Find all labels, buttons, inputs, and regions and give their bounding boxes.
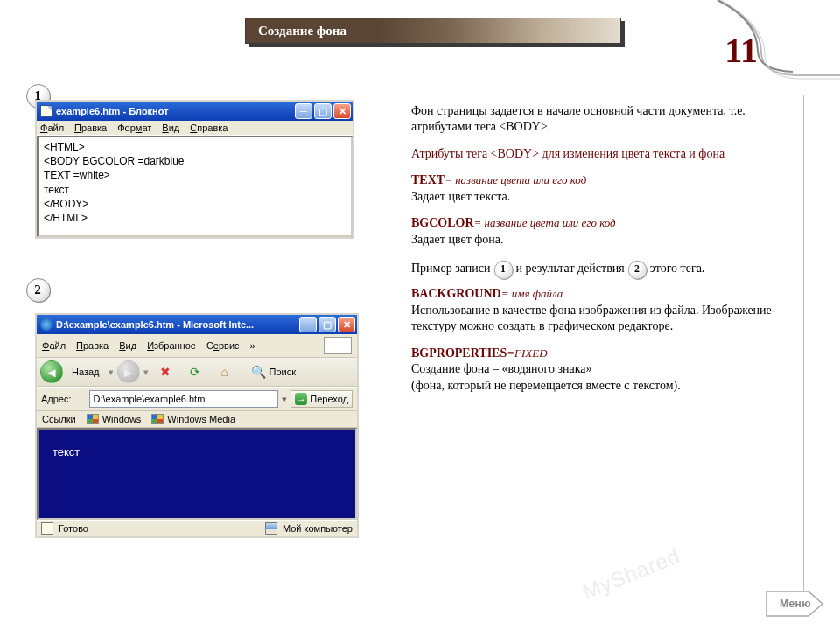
- menu-help[interactable]: Справка: [190, 122, 228, 133]
- ie-window: D:\example\example6.htm - Microsoft Inte…: [35, 313, 359, 538]
- ie-linksbar: Ссылки Windows Windows Media: [37, 411, 357, 428]
- menu-file[interactable]: Файл: [40, 122, 64, 133]
- menu-view[interactable]: Вид: [119, 340, 136, 351]
- close-button[interactable]: ✕: [333, 103, 351, 119]
- background-attr-value: = имя файла: [501, 287, 564, 300]
- menu-format[interactable]: Формат: [117, 122, 151, 133]
- ie-titlebar[interactable]: D:\example\example6.htm - Microsoft Inte…: [37, 315, 357, 334]
- search-button[interactable]: 🔍Поиск: [246, 361, 301, 382]
- status-zone: Мой компьютер: [283, 523, 353, 534]
- inline-badge-2: 2: [628, 261, 646, 278]
- document-icon: [40, 105, 52, 117]
- back-label[interactable]: Назад: [66, 361, 105, 382]
- home-button[interactable]: ⌂: [212, 361, 238, 382]
- text-attr-desc: Задает цвет текста.: [411, 190, 510, 203]
- back-button[interactable]: ◄: [40, 360, 63, 383]
- notepad-window: example6.htm - Блокнот ─ ▢ ✕ Файл Правка…: [35, 100, 354, 239]
- page-text: текст: [52, 445, 80, 458]
- ie-title: D:\example\example6.htm - Microsoft Inte…: [56, 319, 254, 330]
- status-ready: Готово: [59, 523, 88, 534]
- slide-title: Создание фона: [245, 18, 621, 44]
- inline-badge-1: 1: [494, 261, 512, 278]
- go-button[interactable]: →Переход: [290, 390, 353, 408]
- background-attr-desc: Использование в качестве фона изображени…: [411, 304, 775, 332]
- link-windows-media[interactable]: Windows Media: [151, 414, 235, 424]
- ie-addressbar: Адрес: ▾ →Переход: [37, 387, 357, 411]
- menu-button[interactable]: Меню: [765, 590, 824, 618]
- example-line: Пример записи 1 и результат действия 2 э…: [411, 258, 794, 281]
- refresh-button[interactable]: ⟳: [182, 361, 208, 382]
- ie-icon: [40, 318, 52, 331]
- ie-menubar: Файл Правка Вид Избранное Сервис »: [37, 334, 357, 358]
- description-column: Фон страницы задается в начале основной …: [411, 103, 794, 404]
- menu-more[interactable]: »: [250, 340, 256, 351]
- bgcolor-attr-name: BGCOLOR: [411, 216, 474, 229]
- bgproperties-desc1: Создание фона – «водяного знака»: [411, 362, 592, 375]
- link-windows[interactable]: Windows: [87, 414, 142, 424]
- windows-flag-icon: [324, 337, 352, 354]
- attrs-heading: Атрибуты тега <BODY> для изменения цвета…: [411, 146, 794, 162]
- menu-edit[interactable]: Правка: [76, 340, 108, 351]
- text-attr-value: = название цвета или его код: [444, 173, 586, 186]
- text-attr-name: TEXT: [411, 173, 444, 186]
- minimize-button[interactable]: ─: [295, 103, 312, 119]
- slide-title-bar: Создание фона: [245, 18, 621, 44]
- address-input[interactable]: [89, 390, 279, 408]
- computer-icon: [265, 522, 277, 535]
- menu-tools[interactable]: Сервис: [206, 340, 240, 351]
- watermark: MyShared: [579, 543, 683, 605]
- corner-decoration: [691, 0, 840, 96]
- ie-viewport: текст: [37, 428, 357, 520]
- ie-toolbar: ◄ Назад ▾ ► ▾ ✖ ⟳ ⌂ 🔍Поиск: [37, 358, 357, 387]
- menu-file[interactable]: Файл: [42, 340, 66, 351]
- bgcolor-attr-desc: Задает цвет фона.: [411, 233, 504, 246]
- document-icon: [41, 522, 53, 535]
- background-attr-name: BACKGROUND: [411, 287, 501, 300]
- ie-icon: [75, 394, 86, 404]
- forward-button[interactable]: ►: [117, 360, 140, 383]
- step-badge-2: 2: [26, 278, 49, 301]
- menu-button-label: Меню: [765, 590, 824, 618]
- address-label: Адрес:: [41, 394, 72, 404]
- menu-view[interactable]: Вид: [162, 122, 179, 133]
- menu-edit[interactable]: Правка: [74, 122, 107, 133]
- menu-favorites[interactable]: Избранное: [147, 340, 196, 351]
- intro-text: Фон страницы задается в начале основной …: [411, 103, 794, 136]
- stop-button[interactable]: ✖: [152, 361, 178, 382]
- bgproperties-attr-value: =FIXED: [507, 346, 547, 360]
- bgcolor-attr-value: = название цвета или его код: [474, 216, 616, 229]
- links-label: Ссылки: [42, 414, 76, 424]
- maximize-button[interactable]: ▢: [318, 317, 336, 332]
- ie-statusbar: Готово Мой компьютер: [37, 520, 357, 536]
- close-button[interactable]: ✕: [338, 317, 355, 332]
- notepad-title: example6.htm - Блокнот: [56, 106, 169, 116]
- notepad-body[interactable]: <HTML> <BODY BGCOLOR =darkblue TEXT =whi…: [37, 136, 353, 237]
- bgproperties-attr-name: BGPROPERTIES: [411, 346, 507, 360]
- bgproperties-desc2: (фона, который не перемещается вместе с …: [411, 379, 681, 392]
- notepad-menubar: Файл Правка Формат Вид Справка: [37, 121, 353, 136]
- minimize-button[interactable]: ─: [299, 317, 317, 332]
- notepad-titlebar[interactable]: example6.htm - Блокнот ─ ▢ ✕: [37, 102, 353, 121]
- page-number: 11: [724, 30, 758, 71]
- maximize-button[interactable]: ▢: [314, 103, 332, 119]
